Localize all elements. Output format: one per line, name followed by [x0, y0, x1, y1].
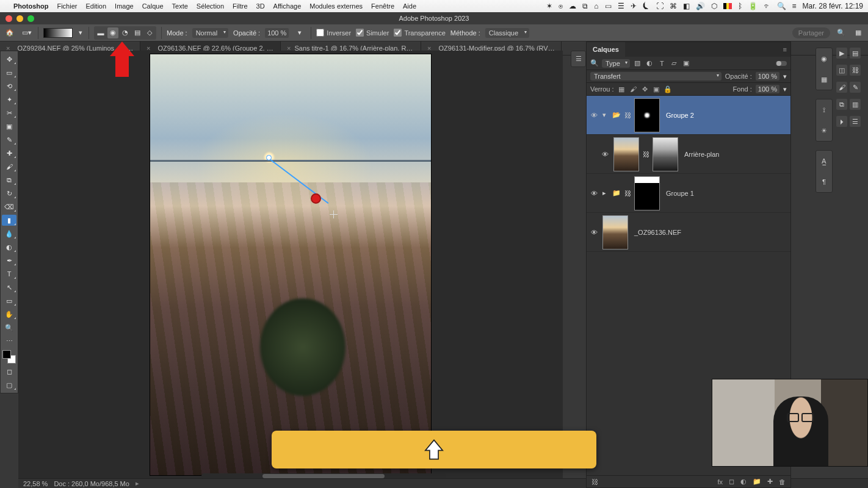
gradient-radial-icon[interactable]: ◉	[107, 27, 118, 38]
brush-settings-icon[interactable]: ✎	[850, 82, 861, 93]
layer-name[interactable]: Groupe 2	[666, 112, 694, 119]
eraser-tool-icon[interactable]: ⌫	[2, 201, 16, 212]
path-select-tool-icon[interactable]: ↖	[2, 282, 16, 293]
status-icon[interactable]: ✶	[546, 2, 552, 10]
window-close-button[interactable]	[5, 15, 12, 22]
brush-tool-icon[interactable]: 🖌	[2, 161, 16, 172]
new-group-icon[interactable]: 📁	[753, 478, 761, 486]
fill-arrow-icon[interactable]: ▾	[783, 85, 787, 93]
layer-thumbnail[interactable]	[613, 137, 639, 171]
color-panel-icon[interactable]: ◉	[817, 51, 831, 66]
actions-panel-icon[interactable]: ⏵	[836, 116, 847, 127]
lock-image-icon[interactable]: 🖌	[629, 85, 637, 93]
filter-adjust-icon[interactable]: ◐	[645, 59, 654, 68]
window-minimize-button[interactable]	[16, 15, 23, 22]
status-icon[interactable]: ⌂	[594, 2, 598, 10]
play-icon[interactable]: ▶	[836, 48, 847, 59]
lock-transparency-icon[interactable]: ▦	[618, 85, 626, 93]
gradient-tool-icon[interactable]: ▮	[2, 215, 16, 226]
method-select[interactable]: Classique	[485, 28, 529, 38]
group-expand-icon[interactable]: ▸	[602, 189, 609, 197]
layer-thumbnail[interactable]	[602, 215, 628, 249]
scrollbar-thumb[interactable]	[262, 474, 385, 478]
status-icon[interactable]: ⏾	[643, 2, 650, 10]
share-button[interactable]: Partager	[792, 27, 830, 38]
move-tool-icon[interactable]: ✥	[2, 54, 16, 65]
brush-panel-icon[interactable]: 🖌	[836, 82, 847, 93]
panel-icon[interactable]: ☰	[850, 116, 861, 127]
add-mask-icon[interactable]: ◻	[729, 478, 734, 486]
visibility-eye-icon[interactable]: 👁	[589, 112, 599, 119]
lock-all-icon[interactable]: 🔒	[664, 85, 672, 93]
workspace-switcher-icon[interactable]: ▦	[852, 27, 864, 39]
menu-window[interactable]: Fenêtre	[371, 2, 394, 10]
visibility-eye-icon[interactable]: 👁	[589, 190, 599, 197]
layer-mask-thumbnail[interactable]	[634, 98, 660, 132]
type-tool-icon[interactable]: T	[2, 268, 16, 279]
doc-size[interactable]: Doc : 260,0 Mo/968,5 Mo	[54, 480, 129, 487]
wand-tool-icon[interactable]: ✦	[2, 94, 16, 105]
crop-tool-icon[interactable]: ✂	[2, 107, 16, 118]
gradient-diamond-icon[interactable]: ◇	[144, 27, 155, 38]
volume-icon[interactable]: 🔊	[696, 2, 705, 10]
gradient-preview[interactable]	[43, 28, 73, 38]
zoom-tool-icon[interactable]: 🔍	[2, 322, 16, 333]
adjustments-panel-icon[interactable]: ☀	[817, 123, 831, 138]
quickmask-icon[interactable]: ◻	[2, 366, 16, 377]
canvas[interactable]	[150, 54, 431, 475]
paragraph-panel-icon[interactable]: ¶	[817, 174, 831, 189]
menu-edit[interactable]: Edition	[85, 2, 106, 10]
filter-shape-icon[interactable]: ▱	[670, 59, 679, 68]
control-center-icon[interactable]: ≡	[792, 2, 797, 10]
marquee-tool-icon[interactable]: ▭	[2, 67, 16, 78]
new-adjustment-icon[interactable]: ◐	[740, 478, 747, 486]
layer-blend-mode-select[interactable]: Transfert	[590, 72, 722, 81]
visibility-eye-icon[interactable]: 👁	[589, 229, 599, 236]
layer-row[interactable]: 👁 _OZ96136.NEF	[587, 213, 790, 252]
layer-row[interactable]: 👁 ▾ 📂 ⛓ Groupe 2	[587, 96, 790, 135]
color-swatches[interactable]	[2, 350, 16, 364]
menu-filter[interactable]: Filtre	[233, 2, 247, 10]
status-icon[interactable]: ◧	[683, 2, 690, 10]
status-icon[interactable]: ✈	[631, 2, 637, 10]
layer-opacity-value[interactable]: 100 %	[756, 72, 779, 81]
layer-name[interactable]: _OZ96136.NEF	[634, 229, 681, 236]
status-icon[interactable]: ☰	[618, 2, 624, 10]
bluetooth-icon[interactable]: ᛒ	[738, 2, 742, 10]
gradient-picker-arrow-icon[interactable]: ▾	[78, 27, 84, 39]
search-icon[interactable]: 🔍	[835, 27, 847, 39]
edit-toolbar-icon[interactable]: ⋯	[2, 336, 16, 346]
menu-select[interactable]: Sélection	[197, 2, 224, 10]
layer-fx-icon[interactable]: fx	[717, 478, 723, 486]
layers-tab[interactable]: Calques	[587, 42, 625, 57]
filter-toggle[interactable]	[776, 61, 787, 66]
zoom-level[interactable]: 22,58 %	[23, 480, 48, 487]
layer-mask-thumbnail[interactable]	[634, 176, 660, 210]
layer-name[interactable]: Arrière-plan	[684, 151, 719, 158]
status-menu-icon[interactable]: ▸	[136, 479, 139, 487]
link-layers-icon[interactable]: ⛓	[591, 478, 598, 486]
gradient-reflected-icon[interactable]: ▤	[132, 27, 143, 38]
delete-layer-icon[interactable]: 🗑	[779, 478, 786, 486]
panel-icon[interactable]: ▤	[850, 48, 861, 59]
menu-type[interactable]: Texte	[172, 2, 188, 10]
character-panel-icon[interactable]: A̲	[817, 154, 831, 168]
gradient-angle-icon[interactable]: ◔	[120, 27, 131, 38]
gradient-linear-icon[interactable]: ▬	[95, 27, 106, 38]
blend-mode-select[interactable]: Normal	[192, 28, 228, 38]
status-icon[interactable]: ⍟	[559, 2, 563, 10]
filter-pixel-icon[interactable]: ▧	[633, 59, 642, 68]
panel-menu-icon[interactable]: ≡	[779, 46, 790, 53]
menu-3d[interactable]: 3D	[256, 2, 265, 10]
opacity-value[interactable]: 100 %	[265, 28, 289, 38]
menu-plugins[interactable]: Modules externes	[309, 2, 363, 10]
menu-view[interactable]: Affichage	[273, 2, 302, 10]
layer-row[interactable]: 👁 ▸ 📁 ⛓ Groupe 1	[587, 174, 790, 213]
status-icon[interactable]: ▭	[605, 2, 612, 10]
visibility-eye-icon[interactable]: 👁	[600, 151, 610, 158]
menu-file[interactable]: Fichier	[57, 2, 77, 10]
stamp-tool-icon[interactable]: ⧉	[2, 174, 16, 185]
eyedropper-tool-icon[interactable]: ✎	[2, 134, 16, 145]
layer-name[interactable]: Groupe 1	[666, 190, 694, 197]
lock-position-icon[interactable]: ✥	[641, 85, 649, 93]
